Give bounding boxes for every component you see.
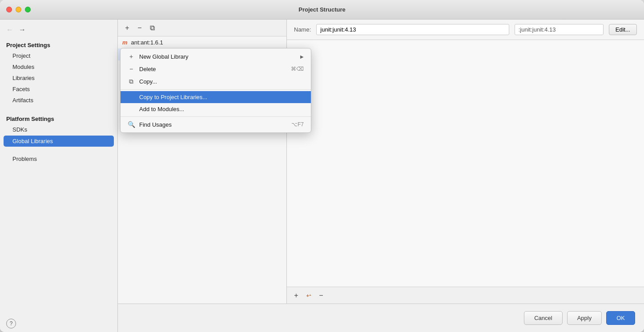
traffic-lights xyxy=(6,7,31,12)
maximize-button[interactable] xyxy=(25,7,31,12)
window-title: Project Structure xyxy=(298,6,345,13)
sidebar-item-problems[interactable]: Problems xyxy=(0,153,117,164)
detail-panel: Name: Edit... + ++ − xyxy=(287,20,644,304)
add-library-button[interactable]: + xyxy=(122,23,132,33)
menu-item-copy-to-project[interactable]: Copy to Project Libraries... xyxy=(121,91,311,103)
sidebar-item-facets[interactable]: Facets xyxy=(0,84,117,95)
menu-separator xyxy=(121,89,311,90)
name-label: Name: xyxy=(294,26,311,33)
help-button[interactable]: ? xyxy=(6,319,16,328)
level-input[interactable] xyxy=(515,24,604,35)
detail-header: Name: Edit... xyxy=(287,20,644,40)
action-bar: Cancel Apply OK xyxy=(118,304,644,332)
minimize-button[interactable] xyxy=(16,7,21,12)
cancel-button[interactable]: Cancel xyxy=(524,311,562,325)
add-entry-button[interactable]: + xyxy=(291,291,301,300)
submenu-arrow-icon: ▶ xyxy=(300,54,304,59)
search-icon: 🔍 xyxy=(128,121,135,128)
project-settings-header: Project Settings xyxy=(0,38,117,50)
context-menu: + New Global Library ▶ − Delete ⌘⌫ ⧉ Cop… xyxy=(120,48,311,133)
close-button[interactable] xyxy=(6,7,12,12)
menu-item-label: New Global Library xyxy=(139,53,189,60)
sidebar-item-libraries[interactable]: Libraries xyxy=(0,72,117,84)
menu-item-add-to-modules[interactable]: Add to Modules... xyxy=(121,103,311,115)
copy-icon: ⧉ xyxy=(128,78,135,85)
title-bar: Project Structure xyxy=(0,0,644,20)
sidebar-divider-2 xyxy=(0,147,117,153)
sidebar-item-artifacts[interactable]: Artifacts xyxy=(0,95,117,106)
list-item[interactable]: m ant:ant:1.6.1 xyxy=(118,36,286,48)
menu-separator-2 xyxy=(121,116,311,117)
main-content: ← → Project Settings Project Modules Lib… xyxy=(0,20,644,332)
sidebar-bottom: ? xyxy=(0,315,117,332)
menu-item-label: Copy... xyxy=(139,78,157,85)
forward-arrow-icon[interactable]: → xyxy=(19,26,26,34)
library-name: ant:ant:1.6.1 xyxy=(131,39,163,46)
sidebar-item-global-libraries[interactable]: Global Libraries xyxy=(4,136,114,147)
menu-item-copy[interactable]: ⧉ Copy... xyxy=(121,75,311,88)
edit-button[interactable]: Edit... xyxy=(609,24,637,35)
apply-button[interactable]: Apply xyxy=(567,311,602,325)
menu-item-label: Find Usages xyxy=(139,121,172,128)
menu-item-label: Copy to Project Libraries... xyxy=(139,94,207,100)
sidebar-item-modules[interactable]: Modules xyxy=(0,61,117,72)
menu-item-label: Delete xyxy=(139,66,156,72)
sidebar-divider xyxy=(0,106,117,112)
sidebar-item-project[interactable]: Project xyxy=(0,50,117,61)
name-input[interactable] xyxy=(316,24,509,35)
maven-icon: m xyxy=(122,39,128,46)
project-structure-window: Project Structure ← → Project Settings P… xyxy=(0,0,644,332)
detail-content xyxy=(287,40,644,287)
shortcut-label: ⌘⌫ xyxy=(291,66,304,72)
sidebar: ← → Project Settings Project Modules Lib… xyxy=(0,20,118,332)
back-forward-nav: ← → xyxy=(0,23,117,38)
library-toolbar: + − ⧉ xyxy=(118,20,286,36)
sidebar-item-sdks[interactable]: SDKs xyxy=(0,124,117,135)
remove-entry-button[interactable]: − xyxy=(316,291,326,300)
add-module-button[interactable]: ++ xyxy=(304,291,314,300)
detail-bottom-toolbar: + ++ − xyxy=(287,287,644,304)
menu-item-find-usages[interactable]: 🔍 Find Usages ⌥F7 xyxy=(121,118,311,131)
ok-button[interactable]: OK xyxy=(606,311,635,325)
back-arrow-icon[interactable]: ← xyxy=(6,26,13,34)
remove-library-button[interactable]: − xyxy=(135,23,145,33)
plus-icon: + xyxy=(128,53,135,60)
menu-item-label: Add to Modules... xyxy=(139,106,184,112)
copy-library-button[interactable]: ⧉ xyxy=(147,23,157,33)
menu-item-new-global-library[interactable]: + New Global Library ▶ xyxy=(121,50,311,63)
sidebar-nav: ← → Project Settings Project Modules Lib… xyxy=(0,20,117,168)
platform-settings-header: Platform Settings xyxy=(0,112,117,124)
shortcut-label: ⌥F7 xyxy=(291,121,304,128)
minus-icon: − xyxy=(128,65,135,72)
menu-item-delete[interactable]: − Delete ⌘⌫ xyxy=(121,63,311,75)
